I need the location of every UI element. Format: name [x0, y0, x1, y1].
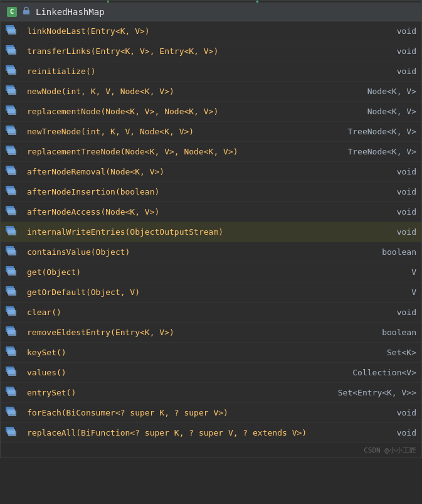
method-name: replacementNode(Node<K, V>, Node<K, V>) [27, 107, 362, 116]
svg-rect-42 [8, 290, 16, 296]
svg-rect-45 [8, 310, 16, 316]
method-icon [6, 206, 23, 218]
return-type: void [397, 46, 416, 56]
method-icon [6, 326, 23, 339]
method-row[interactable]: reinitialize()void [1, 62, 421, 82]
return-type: void [397, 227, 416, 237]
method-icon [6, 85, 23, 98]
method-icon [6, 286, 23, 299]
method-name: internalWriteEntries(ObjectOutputStream) [27, 227, 392, 237]
method-icon [6, 146, 23, 158]
svg-rect-30 [8, 210, 16, 215]
method-row[interactable]: replacementTreeNode(Node<K, V>, Node<K, … [1, 142, 421, 162]
svg-rect-27 [8, 190, 16, 195]
svg-rect-33 [8, 230, 16, 235]
method-name: containsValue(Object) [27, 247, 377, 257]
method-icon [6, 427, 23, 439]
method-name: afterNodeAccess(Node<K, V>) [27, 207, 392, 217]
svg-rect-51 [8, 350, 16, 356]
method-row[interactable]: transferLinks(Entry<K, V>, Entry<K, V>)v… [1, 41, 421, 62]
method-list: linkNodeLast(Entry<K, V>)void transferLi… [1, 21, 421, 443]
svg-rect-9 [8, 69, 16, 75]
method-icon [6, 266, 23, 279]
method-icon [6, 407, 23, 419]
svg-rect-3 [8, 29, 16, 35]
method-row[interactable]: values()Collection<V> [1, 363, 421, 383]
method-icon [6, 367, 23, 379]
method-row[interactable]: afterNodeAccess(Node<K, V>)void [1, 202, 421, 222]
main-container: C LinkedHashMap linkNodeLast(Entry<K, V>… [0, 0, 422, 458]
method-name: newTreeNode(int, K, V, Node<K, V>) [27, 127, 342, 136]
method-row[interactable]: newTreeNode(int, K, V, Node<K, V>)TreeNo… [1, 122, 421, 142]
method-name: getOrDefault(Object, V) [27, 287, 406, 297]
method-row[interactable]: keySet()Set<K> [1, 343, 421, 363]
method-icon [6, 346, 23, 359]
svg-rect-6 [8, 49, 16, 55]
watermark: CSDN @小小工匠 [1, 443, 421, 458]
method-name: removeEldestEntry(Entry<K, V>) [27, 328, 377, 337]
method-row[interactable]: forEach(BiConsumer<? super K, ? super V>… [1, 403, 421, 423]
method-name: afterNodeInsertion(boolean) [27, 187, 392, 196]
return-type: void [397, 26, 416, 36]
svg-rect-0 [23, 10, 29, 14]
return-type: void [397, 428, 416, 437]
method-row[interactable]: linkNodeLast(Entry<K, V>)void [1, 21, 421, 41]
method-name: afterNodeRemoval(Node<K, V>) [27, 167, 392, 176]
svg-rect-24 [8, 169, 16, 175]
method-row[interactable]: newNode(int, K, V, Node<K, V>)Node<K, V> [1, 82, 421, 102]
method-icon [6, 126, 23, 138]
method-row[interactable]: removeEldestEntry(Entry<K, V>)boolean [1, 323, 421, 343]
method-name: forEach(BiConsumer<? super K, ? super V>… [27, 408, 392, 417]
svg-rect-39 [8, 270, 16, 276]
method-row[interactable]: replacementNode(Node<K, V>, Node<K, V>)N… [1, 102, 421, 122]
return-type: void [397, 67, 416, 76]
method-icon [6, 387, 23, 399]
svg-rect-48 [8, 330, 16, 336]
method-icon [6, 226, 23, 239]
svg-rect-21 [8, 149, 16, 155]
top-indicator [1, 1, 421, 3]
method-name: clear() [27, 308, 392, 317]
method-row[interactable]: entrySet()Set<Entry<K, V>> [1, 383, 421, 403]
svg-rect-63 [8, 431, 16, 436]
method-icon [6, 45, 23, 58]
indicator-blue [107, 1, 109, 3]
return-type: V [411, 267, 416, 277]
lock-icon [22, 6, 31, 17]
svg-rect-15 [8, 109, 16, 115]
return-type: V [411, 287, 416, 297]
method-row[interactable]: afterNodeRemoval(Node<K, V>)void [1, 162, 421, 182]
return-type: boolean [382, 247, 416, 257]
method-name: linkNodeLast(Entry<K, V>) [27, 26, 392, 36]
method-icon [6, 105, 23, 118]
method-row[interactable]: get(Object)V [1, 262, 421, 282]
class-header: C LinkedHashMap [1, 3, 421, 21]
return-type: Node<K, V> [367, 87, 416, 96]
return-type: Set<Entry<K, V>> [338, 388, 416, 397]
return-type: Node<K, V> [367, 107, 416, 116]
method-row[interactable]: afterNodeInsertion(boolean)void [1, 182, 421, 202]
svg-rect-36 [8, 250, 16, 255]
class-title: LinkedHashMap [36, 7, 105, 17]
method-name: reinitialize() [27, 67, 392, 76]
svg-rect-54 [8, 370, 16, 376]
svg-rect-18 [8, 129, 16, 135]
method-icon [6, 166, 23, 178]
method-name: replaceAll(BiFunction<? super K, ? super… [27, 428, 392, 437]
return-type: void [397, 207, 416, 217]
method-name: keySet() [27, 348, 382, 357]
method-row[interactable]: internalWriteEntries(ObjectOutputStream)… [1, 222, 421, 242]
method-row[interactable]: clear()void [1, 303, 421, 323]
method-row[interactable]: getOrDefault(Object, V)V [1, 282, 421, 303]
indicator-green [256, 1, 258, 3]
return-type: boolean [382, 328, 416, 337]
method-name: values() [27, 368, 347, 377]
method-row[interactable]: replaceAll(BiFunction<? super K, ? super… [1, 423, 421, 443]
method-icon [6, 25, 23, 38]
return-type: TreeNode<K, V> [347, 127, 416, 136]
method-name: entrySet() [27, 388, 333, 397]
return-type: TreeNode<K, V> [347, 147, 416, 156]
method-row[interactable]: containsValue(Object)boolean [1, 242, 421, 262]
svg-rect-60 [8, 410, 16, 416]
method-name: newNode(int, K, V, Node<K, V>) [27, 87, 362, 96]
